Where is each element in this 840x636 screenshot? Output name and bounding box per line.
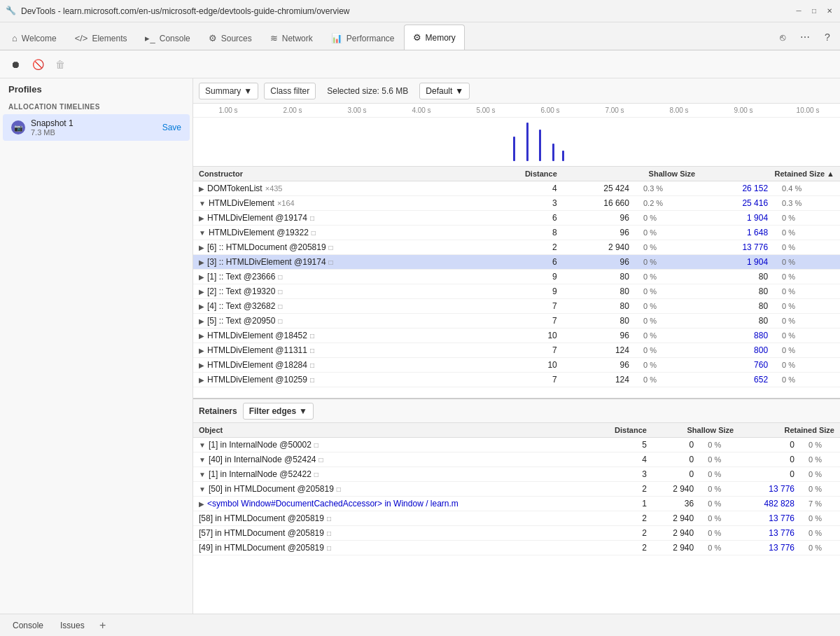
retainer-row[interactable]: [58] in HTMLDocument @205819□22 9400 %13… bbox=[193, 511, 840, 526]
save-snapshot-button[interactable]: Save bbox=[162, 123, 181, 132]
close-button[interactable]: ✕ bbox=[825, 6, 834, 16]
table-row[interactable]: ▶DOMTokenList×435425 4240.3 %26 1520.4 % bbox=[193, 181, 840, 196]
summary-dropdown[interactable]: Summary ▼ bbox=[199, 83, 258, 99]
link-icon[interactable]: □ bbox=[329, 258, 333, 266]
table-row[interactable]: ▶[5] :: Text @20950□7800 %800 % bbox=[193, 314, 840, 329]
retained-pct-cell: 0 % bbox=[774, 343, 840, 358]
link-icon[interactable]: □ bbox=[329, 244, 333, 251]
ret-distance-cell: 2 bbox=[589, 511, 652, 526]
object-cell: ▼[50] in HTMLDocument @205819□ bbox=[193, 482, 589, 497]
ret-shallow-pct: 0 % bbox=[708, 441, 721, 449]
object-cell: [58] in HTMLDocument @205819□ bbox=[193, 511, 589, 526]
expand-button[interactable]: ▼ bbox=[199, 471, 206, 478]
link-icon[interactable]: □ bbox=[312, 229, 316, 237]
link-icon[interactable]: □ bbox=[327, 530, 331, 537]
minimize-button[interactable]: ─ bbox=[794, 6, 804, 16]
retainer-row[interactable]: [57] in HTMLDocument @205819□22 9400 %13… bbox=[193, 526, 840, 541]
table-row[interactable]: ▶HTMLDivElement @18284□10960 %7600 % bbox=[193, 358, 840, 373]
table-row[interactable]: ▶[4] :: Text @32682□7800 %800 % bbox=[193, 299, 840, 314]
link-icon[interactable]: □ bbox=[310, 332, 314, 340]
add-tab-button[interactable]: + bbox=[94, 617, 111, 634]
help-button[interactable]: ? bbox=[818, 27, 837, 47]
expand-button[interactable]: ▶ bbox=[199, 303, 204, 310]
selected-size-text: Selected size: 5.6 MB bbox=[321, 86, 414, 96]
timeline-chart[interactable]: 1.00 s2.00 s3.00 s4.00 s5.00 s6.00 s7.00… bbox=[193, 104, 840, 167]
link-icon[interactable]: □ bbox=[314, 441, 318, 449]
title-text: DevTools - learn.microsoft.com/en-us/mic… bbox=[21, 6, 794, 16]
tab-network[interactable]: ≋ Network bbox=[261, 26, 322, 50]
expand-button[interactable]: ▶ bbox=[199, 214, 204, 222]
retainer-row[interactable]: ▼[1] in InternalNode @52422□300 %00 % bbox=[193, 467, 840, 482]
expand-button[interactable]: ▼ bbox=[199, 456, 206, 464]
expand-button[interactable]: ▼ bbox=[199, 441, 206, 449]
link-icon[interactable]: □ bbox=[327, 515, 331, 523]
tab-memory[interactable]: ⚙ Memory bbox=[404, 25, 465, 50]
link-icon[interactable]: □ bbox=[310, 347, 314, 354]
retained-pct: 0 % bbox=[782, 375, 795, 384]
tab-welcome[interactable]: ⌂ Welcome bbox=[3, 26, 66, 50]
delete-button[interactable]: 🗑 bbox=[50, 55, 70, 74]
expand-button[interactable]: ▶ bbox=[199, 258, 204, 266]
retainer-row[interactable]: [49] in HTMLDocument @205819□22 9400 %13… bbox=[193, 541, 840, 555]
filter-edges-dropdown[interactable]: Filter edges ▼ bbox=[243, 403, 314, 420]
more-tabs-button[interactable]: ⋯ bbox=[795, 27, 815, 47]
default-dropdown[interactable]: Default ▼ bbox=[419, 83, 470, 99]
expand-button[interactable]: ▶ bbox=[199, 317, 204, 325]
constructor-cell: ▶HTMLDivElement @10259□ bbox=[193, 373, 478, 387]
tab-console[interactable]: ▸_ Console bbox=[136, 26, 199, 50]
detach-button[interactable]: ⎋ bbox=[773, 27, 792, 47]
expand-button[interactable]: ▶ bbox=[199, 273, 204, 281]
tab-performance[interactable]: 📊 Performance bbox=[322, 26, 404, 50]
table-row[interactable]: ▶[3] :: HTMLDivElement @19174□6960 %1 90… bbox=[193, 255, 840, 270]
link-icon[interactable]: □ bbox=[278, 273, 282, 281]
shallow-pct: 0.2 % bbox=[643, 199, 663, 207]
expand-button[interactable]: ▶ bbox=[199, 244, 204, 251]
link-icon[interactable]: □ bbox=[278, 288, 282, 296]
table-row[interactable]: ▼HTMLDivElement @19322□8960 %1 6480 % bbox=[193, 226, 840, 240]
expand-button[interactable]: ▶ bbox=[199, 347, 204, 354]
clear-button[interactable]: 🚫 bbox=[28, 55, 48, 74]
expand-button[interactable]: ▼ bbox=[199, 200, 206, 207]
snapshot-item[interactable]: 📷 Snapshot 1 7.3 MB Save bbox=[3, 114, 190, 141]
link-icon[interactable]: □ bbox=[310, 376, 314, 384]
table-row[interactable]: ▶[6] :: HTMLDocument @205819□22 9400 %13… bbox=[193, 240, 840, 255]
retainer-row[interactable]: ▼[1] in InternalNode @50002□500 %00 % bbox=[193, 438, 840, 452]
retainer-row[interactable]: ▼[40] in InternalNode @52424□400 %00 % bbox=[193, 452, 840, 467]
expand-button[interactable]: ▼ bbox=[199, 229, 206, 237]
maximize-button[interactable]: □ bbox=[809, 6, 819, 16]
expand-button[interactable]: ▶ bbox=[199, 376, 204, 384]
link-icon[interactable]: □ bbox=[310, 361, 314, 369]
expand-button[interactable]: ▶ bbox=[199, 185, 204, 193]
table-row[interactable]: ▼HTMLDivElement×164316 6600.2 %25 4160.3… bbox=[193, 196, 840, 211]
retainer-row[interactable]: ▶<symbol Window#DocumentCachedAccessor> … bbox=[193, 497, 840, 511]
link-icon[interactable]: □ bbox=[314, 471, 318, 478]
expand-button[interactable]: ▶ bbox=[199, 332, 204, 340]
console-tab[interactable]: Console bbox=[6, 618, 50, 633]
link-icon[interactable]: □ bbox=[327, 544, 331, 552]
table-row[interactable]: ▶HTMLDivElement @10259□71240 %6520 % bbox=[193, 373, 840, 387]
expand-button[interactable]: ▶ bbox=[199, 361, 204, 369]
main-area: Profiles ALLOCATION TIMELINES 📷 Snapshot… bbox=[0, 78, 840, 614]
table-row[interactable]: ▶HTMLDivElement @11311□71240 %8000 % bbox=[193, 343, 840, 358]
table-row[interactable]: ▶[2] :: Text @19320□9800 %800 % bbox=[193, 284, 840, 299]
tab-sources[interactable]: ⚙ Sources bbox=[200, 26, 261, 50]
link-icon[interactable]: □ bbox=[278, 317, 282, 325]
link-icon[interactable]: □ bbox=[337, 485, 341, 493]
link-icon[interactable]: □ bbox=[319, 456, 323, 464]
expand-button[interactable]: ▶ bbox=[199, 500, 204, 508]
link-icon[interactable]: □ bbox=[278, 303, 282, 310]
tab-elements[interactable]: </> Elements bbox=[66, 26, 136, 50]
table-row[interactable]: ▶HTMLDivElement @19174□6960 %1 9040 % bbox=[193, 211, 840, 226]
expand-button[interactable]: ▶ bbox=[199, 288, 204, 296]
record-button[interactable]: ⏺ bbox=[6, 55, 25, 74]
class-filter-dropdown[interactable]: Class filter bbox=[264, 83, 316, 99]
upper-table-container[interactable]: Constructor Distance Shallow Size Retain… bbox=[193, 167, 840, 398]
retained-pct-cell: 0 % bbox=[774, 358, 840, 373]
issues-tab[interactable]: Issues bbox=[53, 618, 92, 633]
table-row[interactable]: ▶HTMLDivElement @18452□10960 %8800 % bbox=[193, 329, 840, 343]
expand-button[interactable]: ▼ bbox=[199, 485, 206, 493]
retainers-table-container[interactable]: Object Distance Shallow Size Retained Si… bbox=[193, 423, 840, 614]
link-icon[interactable]: □ bbox=[310, 214, 314, 222]
retainer-row[interactable]: ▼[50] in HTMLDocument @205819□22 9400 %1… bbox=[193, 482, 840, 497]
table-row[interactable]: ▶[1] :: Text @23666□9800 %800 % bbox=[193, 270, 840, 284]
